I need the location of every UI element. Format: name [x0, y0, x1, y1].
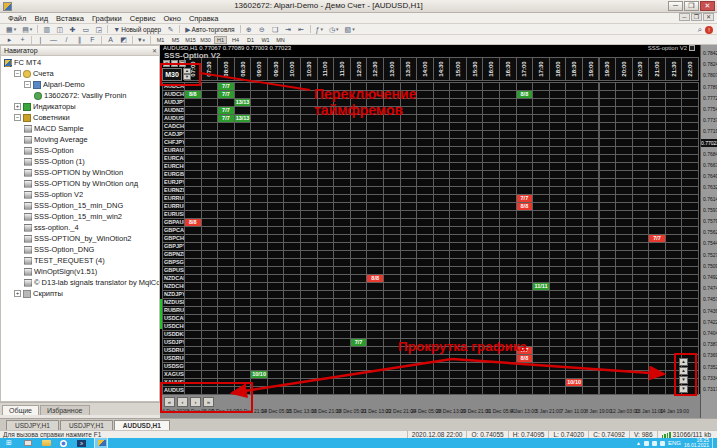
tree-item-sss-option-4[interactable]: sss-option._4	[1, 222, 159, 233]
menu-справка[interactable]: Справка	[185, 14, 222, 23]
vscroll-up-button[interactable]: ▲	[679, 358, 688, 366]
toolbar-chart-shift[interactable]: ⇤	[296, 25, 307, 34]
tree-item-sss-option-by-winotion2[interactable]: SSS-OPTION_by_WinOtion2	[1, 233, 159, 244]
chart-area[interactable]: AUDUSD,H1 0.77067 0.77089 0.77003 0.7702…	[160, 45, 717, 418]
powershell-icon[interactable]: ≥	[77, 440, 86, 447]
panel-maximize-button[interactable]: ❐	[179, 60, 186, 67]
panel-minimize-button[interactable]: ─	[171, 60, 178, 67]
mdi-close-button[interactable]: ✕	[703, 13, 714, 21]
tree-item-советники[interactable]: −Советники	[1, 112, 159, 123]
taskbar-clock[interactable]: 16:25 16.01.2021	[684, 438, 709, 448]
toolbar-periods[interactable]: ◷▾	[327, 25, 341, 34]
server-manager-icon[interactable]	[24, 440, 32, 446]
toolbar-trendline[interactable]: /	[61, 35, 72, 44]
toolbar-crosshair[interactable]: +	[17, 35, 28, 44]
timeframe-m30[interactable]: M30	[199, 36, 212, 44]
tree-item-sss-option-v2[interactable]: SSS-option V2	[1, 189, 159, 200]
toolbar-templates[interactable]: ▧▾	[343, 25, 357, 34]
expand-minus-icon[interactable]: −	[14, 114, 21, 121]
toolbar-navigator-toggle[interactable]: ✚	[67, 25, 78, 34]
navigator-tab-избранное[interactable]: Избранное	[40, 405, 89, 415]
toolbar-text[interactable]: A	[105, 35, 116, 44]
tree-item-sss-option-15-min-dng[interactable]: SSS-Option_15_min_DNG	[1, 200, 159, 211]
time-axis[interactable]: 4 Dec 20208 Dec 05:009 Dec 13:0010 Dec 2…	[160, 405, 700, 418]
tree-item-macd-sample[interactable]: MACD Sample	[1, 123, 159, 134]
timeframe-m5[interactable]: M5	[169, 36, 182, 44]
toolbar-data-window[interactable]: ◫	[54, 25, 65, 34]
timeframe-h1[interactable]: H1	[214, 36, 227, 44]
mt4-taskbar-button[interactable]	[94, 438, 108, 448]
tray-volume-icon[interactable]	[660, 441, 665, 446]
toolbar-metaeditor[interactable]: ✎	[165, 25, 176, 34]
tree-item-индикаторы[interactable]: +Индикаторы	[1, 101, 159, 112]
tray-expand-icon[interactable]: ▲	[636, 440, 641, 446]
toolbar-new-chart[interactable]: ▦▾	[4, 25, 18, 34]
toolbar-shapes[interactable]: ▾▾	[136, 35, 147, 44]
timeframe-h4[interactable]: H4	[229, 36, 242, 44]
timeframe-down-icon[interactable]: ▼	[183, 74, 191, 80]
notification-icon[interactable]: !	[705, 26, 713, 34]
close-button[interactable]: ✕	[700, 1, 715, 11]
toolbar-indicators-list[interactable]: ƒ▾	[314, 25, 325, 34]
tree-item-fc-mt4[interactable]: FC MT4	[1, 57, 159, 68]
restore-button[interactable]: ❐	[684, 1, 699, 11]
tree-item-winoptsign-v1-51[interactable]: WinOptSign(v1.51)	[1, 266, 159, 277]
navigator-tab-общие[interactable]: Общие	[2, 405, 39, 415]
toolbar-vertical-line[interactable]: |	[35, 35, 46, 44]
toolbar-auto-scroll[interactable]: ⇥	[283, 25, 294, 34]
menu-сервис[interactable]: Сервис	[126, 14, 160, 23]
toolbar-new-order[interactable]: ▼Новый ордер	[111, 25, 163, 34]
tree-item-sss-option-dng[interactable]: SSS-Option_DNG	[1, 244, 159, 255]
vscroll-up2-button[interactable]: ▲	[679, 367, 688, 375]
mdi-minimize-button[interactable]: ─	[679, 13, 690, 21]
tree-item-alpari-demo[interactable]: −Alpari-Demo	[1, 79, 159, 90]
timeframe-d1[interactable]: D1	[244, 36, 257, 44]
tray-action-center-icon[interactable]	[644, 441, 649, 446]
toolbar-horizontal-line[interactable]: —	[48, 35, 59, 44]
tree-item-sss-option[interactable]: SSS-Option	[1, 145, 159, 156]
search-icon[interactable]: ⌕	[698, 25, 702, 35]
toolbar-arrow-label[interactable]: ◩	[118, 35, 129, 44]
vscroll-down-button[interactable]: ▼	[679, 376, 688, 384]
tree-item-13602672-vasiliy-pronin[interactable]: 13602672: Vasiliy Pronin	[1, 90, 159, 101]
file-explorer-icon[interactable]	[42, 440, 51, 446]
toolbar-tile-windows[interactable]: ❏	[270, 25, 281, 34]
panel-timeframe-value[interactable]: M30	[162, 68, 182, 81]
toolbar-channel[interactable]: ∥	[74, 35, 85, 44]
vscroll-down2-button[interactable]: ▼	[679, 385, 688, 393]
minimize-button[interactable]: ─	[668, 1, 683, 11]
tree-item-d13-lab-signals-translator-by-mqlcoder-v-1-3[interactable]: © D13-lab signals translator by MqlCoder…	[1, 277, 159, 288]
scroll-left-button[interactable]: ‹	[177, 397, 188, 407]
navigator-close-icon[interactable]: ✕	[152, 47, 157, 54]
price-axis[interactable]: 0.784200.782450.780700.778950.777200.775…	[700, 45, 717, 418]
timeframe-w1[interactable]: W1	[259, 36, 272, 44]
scroll-first-button[interactable]: «	[164, 397, 175, 407]
chart-tab-usdjpy-h1-0[interactable]: USDJPY,H1	[6, 420, 59, 430]
start-button[interactable]: ⊞	[2, 439, 16, 447]
chrome-icon[interactable]	[60, 440, 67, 447]
menu-окно[interactable]: Окно	[159, 14, 184, 23]
show-desktop-button[interactable]	[712, 438, 715, 448]
chart-tab-audusd-h1-2[interactable]: AUDUSD,H1	[114, 420, 170, 430]
toolbar-terminal-toggle[interactable]: ▭	[80, 25, 91, 34]
tree-item-sss-option-by-winotion-олд[interactable]: SSS-OPTION by WinOtion олд	[1, 178, 159, 189]
expand-plus-icon[interactable]: +	[14, 290, 21, 297]
expand-minus-icon[interactable]: −	[24, 81, 31, 88]
tree-item-moving-average[interactable]: Moving Average	[1, 134, 159, 145]
toolbar-profiles[interactable]: ▤▾	[20, 25, 34, 34]
toolbar-strategy-tester[interactable]: ◲	[93, 25, 104, 34]
mdi-restore-button[interactable]: ❐	[691, 13, 702, 21]
toolbar-zoom-in[interactable]: ⊕	[244, 25, 255, 34]
toolbar-zoom-out[interactable]: ⊖	[257, 25, 268, 34]
scroll-right-button[interactable]: ›	[190, 397, 201, 407]
expand-plus-icon[interactable]: +	[14, 103, 21, 110]
menu-файл[interactable]: Файл	[4, 14, 30, 23]
tree-item-sss-option-15-min-win2[interactable]: SSS-Option_15_min_win2	[1, 211, 159, 222]
panel-close-button[interactable]: ✕	[163, 60, 170, 67]
menu-вставка[interactable]: Вставка	[52, 14, 88, 23]
toolbar-autotrading[interactable]: ▶Авто-торговля	[183, 25, 236, 34]
chart-tab-usdjpy-h1-1[interactable]: USDJPY,H1	[60, 420, 113, 430]
menu-вид[interactable]: Вид	[30, 14, 52, 23]
tree-item-sss-option-by-winotion[interactable]: SSS-OPTION by WinOtion	[1, 167, 159, 178]
timeframe-m1[interactable]: M1	[154, 36, 167, 44]
